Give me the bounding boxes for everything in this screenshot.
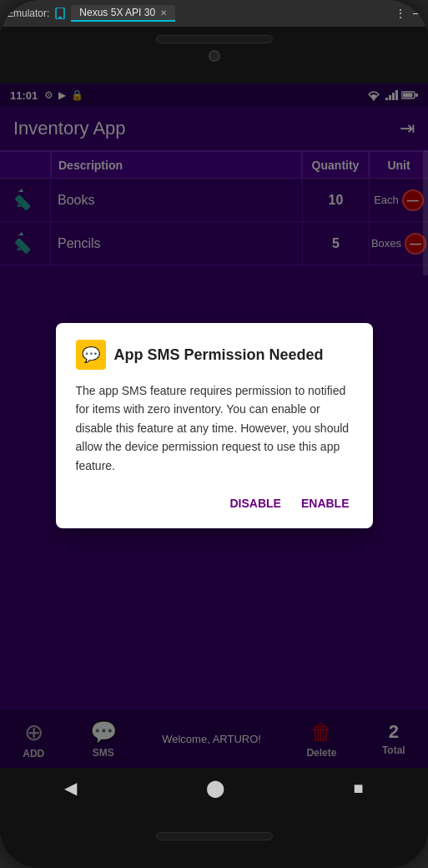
phone-icon — [54, 8, 66, 19]
enable-button[interactable]: ENABLE — [298, 492, 353, 515]
emulator-label: Emulator: — [7, 8, 49, 19]
tab-label: Nexus 5X API 30 — [79, 7, 155, 18]
recents-nav-button[interactable]: ■ — [354, 779, 364, 798]
more-options-icon[interactable]: ⋮ — [395, 7, 408, 20]
close-tab-icon[interactable]: ✕ — [160, 8, 167, 18]
dialog-actions: DISABLE ENABLE — [76, 492, 353, 515]
android-nav-bar: ◀ ⬤ ■ — [0, 768, 428, 808]
sms-dialog-icon: 💬 — [76, 340, 106, 370]
phone-camera — [209, 50, 220, 62]
phone-speaker-bottom — [156, 832, 273, 840]
emulator-tab[interactable]: Nexus 5X API 30 ✕ — [71, 5, 175, 22]
phone-body: 11:01 ⚙ ▶ 🔒 — [0, 27, 428, 868]
chat-icon: 💬 — [82, 346, 100, 364]
dialog-body: The app SMS feature requires permission … — [76, 381, 353, 475]
phone-speaker — [156, 35, 273, 43]
dialog-title: App SMS Permission Needed — [114, 346, 324, 364]
dialog-title-row: 💬 App SMS Permission Needed — [76, 340, 353, 370]
emulator-bar: Emulator: Nexus 5X API 30 ✕ ⋮ ─ — [0, 0, 428, 27]
android-screen: 11:01 ⚙ ▶ 🔒 — [0, 83, 428, 768]
home-nav-button[interactable]: ⬤ — [206, 778, 224, 798]
minimize-icon[interactable]: ─ — [413, 7, 421, 20]
back-nav-button[interactable]: ◀ — [64, 778, 77, 798]
phone-bottom — [0, 808, 428, 865]
dialog-overlay: 💬 App SMS Permission Needed The app SMS … — [0, 83, 428, 768]
svg-rect-1 — [58, 17, 62, 18]
sms-permission-dialog: 💬 App SMS Permission Needed The app SMS … — [56, 323, 373, 528]
disable-button[interactable]: DISABLE — [226, 492, 284, 515]
phone-top — [0, 27, 428, 83]
